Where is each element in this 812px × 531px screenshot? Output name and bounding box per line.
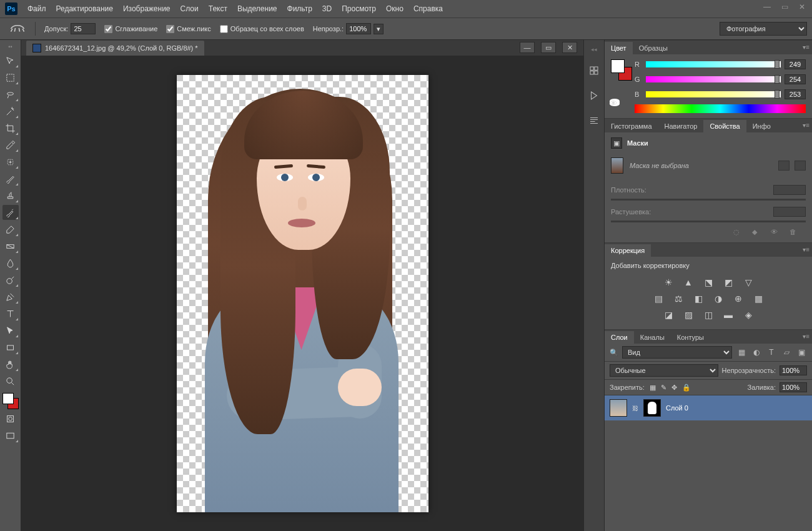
color-lookup-icon[interactable]: ▦	[752, 293, 765, 304]
tab-histogram[interactable]: Гистограмма	[605, 120, 658, 132]
path-selection-tool-icon[interactable]	[2, 323, 19, 338]
lock-all-icon[interactable]: 🔒	[682, 384, 691, 392]
document-tab[interactable]: 1646672341_12.jpg @ 49,2% (Слой 0, RGB/8…	[26, 41, 204, 56]
eraser-tool-icon[interactable]	[2, 222, 19, 237]
lasso-tool-icon[interactable]	[2, 87, 19, 102]
exposure-icon[interactable]: ◩	[722, 277, 735, 288]
doc-close-icon[interactable]: ✕	[562, 42, 577, 53]
menu-3d[interactable]: 3D	[322, 4, 332, 13]
tab-properties[interactable]: Свойства	[703, 120, 746, 132]
menu-type[interactable]: Текст	[209, 4, 227, 13]
history-panel-icon[interactable]	[587, 64, 601, 77]
layer-visibility-icon[interactable]: 👁	[610, 99, 620, 106]
photo-filter-icon[interactable]: ◑	[712, 293, 725, 304]
layer-name[interactable]: Слой 0	[666, 404, 688, 412]
fill-input[interactable]	[780, 382, 807, 392]
mask-mode-icon[interactable]: ▣	[611, 137, 622, 149]
menu-edit[interactable]: Редактирование	[56, 4, 113, 13]
tab-color[interactable]: Цвет	[605, 42, 633, 54]
doc-minimize-icon[interactable]: —	[520, 42, 535, 53]
load-selection-icon[interactable]: ◌	[733, 228, 743, 237]
antialias-checkbox[interactable]: Сглаживание	[104, 25, 157, 33]
dodge-tool-icon[interactable]	[2, 272, 19, 287]
panel-menu-icon[interactable]: ▾≡	[803, 246, 810, 253]
history-brush-tool-icon[interactable]	[2, 205, 19, 220]
tab-swatches[interactable]: Образцы	[633, 42, 674, 54]
spectrum-ramp[interactable]	[635, 104, 806, 113]
color-swatches[interactable]	[2, 393, 19, 409]
green-value[interactable]: 254	[785, 74, 806, 84]
filter-smart-icon[interactable]: ▣	[796, 347, 807, 357]
curves-icon[interactable]: ⬔	[702, 277, 715, 288]
panel-menu-icon[interactable]: ▾≡	[803, 122, 810, 129]
blur-tool-icon[interactable]	[2, 256, 19, 270]
tab-channels[interactable]: Каналы	[634, 331, 671, 344]
blue-slider[interactable]	[646, 91, 781, 97]
filter-adjust-icon[interactable]: ◐	[751, 347, 762, 357]
layer-thumbnail[interactable]	[610, 399, 627, 417]
clone-stamp-tool-icon[interactable]	[2, 188, 19, 203]
blue-value[interactable]: 253	[785, 89, 806, 99]
contiguous-checkbox[interactable]: Смеж.пикс	[166, 25, 210, 33]
gradient-map-icon[interactable]: ▬	[722, 309, 735, 320]
opacity-input[interactable]	[346, 23, 371, 34]
layer-filter-select[interactable]: Вид	[622, 346, 732, 359]
marquee-tool-icon[interactable]	[2, 70, 19, 85]
layer-row[interactable]: 👁 ⛓ Слой 0	[605, 395, 812, 420]
selective-color-icon[interactable]: ◈	[742, 309, 755, 320]
magic-wand-tool-icon[interactable]	[2, 104, 19, 119]
menu-window[interactable]: Окно	[386, 4, 404, 13]
channel-mixer-icon[interactable]: ⊕	[732, 293, 745, 304]
healing-brush-tool-icon[interactable]	[2, 154, 19, 169]
move-tool-icon[interactable]	[2, 53, 19, 68]
tab-layers[interactable]: Слои	[605, 331, 634, 344]
hue-saturation-icon[interactable]: ▤	[652, 293, 665, 304]
brightness-contrast-icon[interactable]: ☀	[662, 277, 675, 288]
filter-shape-icon[interactable]: ▱	[781, 347, 792, 357]
pixel-mask-icon[interactable]	[778, 161, 790, 171]
menu-view[interactable]: Просмотр	[342, 4, 376, 13]
apply-mask-icon[interactable]: ◆	[752, 228, 762, 237]
feather-input[interactable]	[773, 207, 806, 217]
panel-grip-icon[interactable]: ◂◂	[591, 46, 597, 52]
color-balance-icon[interactable]: ⚖	[672, 293, 685, 304]
invert-icon[interactable]: ◪	[662, 309, 675, 320]
vector-mask-icon[interactable]	[795, 161, 806, 171]
opacity-dropdown-icon[interactable]: ▾	[374, 24, 384, 34]
gradient-tool-icon[interactable]	[2, 239, 19, 254]
actions-panel-icon[interactable]	[587, 89, 601, 102]
paragraph-panel-icon[interactable]	[587, 114, 601, 127]
menu-layer[interactable]: Слои	[181, 4, 199, 13]
layer-mask-thumbnail[interactable]	[643, 399, 661, 417]
tab-info[interactable]: Инфо	[746, 120, 777, 132]
window-maximize-icon[interactable]: ▭	[780, 2, 790, 11]
tab-paths[interactable]: Контуры	[671, 331, 710, 344]
threshold-icon[interactable]: ◫	[702, 309, 715, 320]
panel-grip-icon[interactable]: ••	[2, 44, 19, 50]
toggle-mask-icon[interactable]: 👁	[771, 228, 781, 237]
menu-file[interactable]: Файл	[27, 4, 46, 13]
red-value[interactable]: 249	[785, 59, 806, 69]
workspace-switcher[interactable]: Фотография	[720, 22, 807, 36]
current-tool-icon[interactable]	[9, 22, 26, 36]
vibrance-icon[interactable]: ▽	[742, 277, 755, 288]
brush-tool-icon[interactable]	[2, 171, 19, 186]
density-input[interactable]	[773, 185, 806, 195]
layer-opacity-input[interactable]	[780, 365, 807, 375]
hand-tool-icon[interactable]	[2, 357, 19, 372]
green-slider[interactable]	[646, 76, 781, 82]
levels-icon[interactable]: ▲	[682, 277, 695, 288]
menu-image[interactable]: Изображение	[123, 4, 171, 13]
screen-mode-icon[interactable]	[2, 428, 19, 443]
sample-all-layers-checkbox[interactable]: Образец со всех слоев	[220, 25, 304, 33]
canvas-viewport[interactable]	[21, 56, 583, 531]
panel-menu-icon[interactable]: ▾≡	[803, 333, 810, 340]
window-minimize-icon[interactable]: —	[762, 2, 772, 11]
posterize-icon[interactable]: ▨	[682, 309, 695, 320]
quick-mask-icon[interactable]	[2, 411, 19, 426]
filter-type-icon[interactable]: T	[766, 347, 777, 357]
red-slider[interactable]	[646, 61, 781, 67]
panel-menu-icon[interactable]: ▾≡	[803, 44, 810, 51]
lock-position-icon[interactable]: ✥	[671, 384, 677, 392]
doc-maximize-icon[interactable]: ▭	[541, 42, 556, 53]
